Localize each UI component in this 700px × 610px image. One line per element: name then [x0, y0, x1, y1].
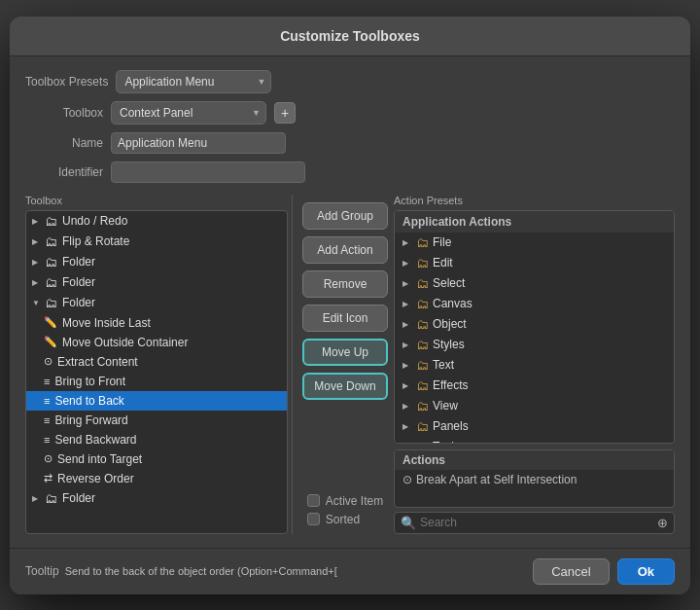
tree-item-bring-forward[interactable]: ≡ Bring Forward: [26, 411, 287, 430]
tree-item-move-inside[interactable]: ✏️ Move Inside Last: [26, 313, 287, 333]
tree-item-folder2[interactable]: ▶ 🗂 Folder: [26, 272, 287, 293]
arrow-down-icon: ▼: [32, 299, 42, 307]
search-icon: 🔍: [401, 516, 416, 530]
arrow-icon: ▶: [32, 494, 42, 503]
cancel-button[interactable]: Cancel: [533, 558, 609, 585]
sorted-row: Sorted: [307, 513, 383, 526]
toolbox-select[interactable]: Context Panel: [111, 101, 266, 125]
identifier-input[interactable]: [111, 161, 305, 183]
active-item-checkbox[interactable]: [307, 494, 320, 507]
preset-item-panels[interactable]: ▶ 🗂 Panels: [395, 416, 674, 437]
action-icon: ✏️: [44, 316, 57, 329]
ok-button[interactable]: Ok: [617, 558, 675, 585]
tree-item-folder1[interactable]: ▶ 🗂 Folder: [26, 252, 287, 272]
presets-list[interactable]: Application Actions ▶ 🗂 File ▶ 🗂 Edit ▶ …: [394, 210, 675, 444]
active-item-row: Active Item: [307, 494, 383, 508]
presets-label: Toolbox Presets: [25, 75, 108, 89]
add-toolbox-button[interactable]: +: [274, 102, 296, 124]
actions-header: Actions: [395, 450, 674, 470]
arrow-icon: ▶: [32, 278, 42, 287]
folder-icon: 🗂: [416, 419, 429, 434]
remove-button[interactable]: Remove: [302, 270, 388, 298]
add-action-button[interactable]: Add Action: [302, 236, 388, 264]
tree-item-send-to-back[interactable]: ≡ Send to Back: [26, 391, 287, 411]
presets-select[interactable]: Application Menu: [116, 70, 271, 93]
arrow-icon: ▶: [402, 300, 412, 308]
tree-item-send-backward[interactable]: ≡ Send Backward: [26, 430, 287, 449]
toolbox-section-label: Toolbox: [25, 195, 288, 206]
folder-icon: 🗂: [416, 256, 429, 270]
action-icon: ≡: [44, 434, 50, 446]
arrow-icon: ▶: [402, 422, 412, 431]
search-input[interactable]: [420, 516, 653, 529]
move-down-button[interactable]: Move Down: [302, 373, 388, 400]
toolbox-panel: Toolbox ▶ 🗂 Undo / Redo ▶ 🗂 Flip & Rotat…: [25, 195, 288, 534]
arrow-icon: ▶: [402, 259, 412, 268]
tooltip-text: Send to the back of the object order (Op…: [65, 565, 337, 577]
move-up-button[interactable]: Move Up: [302, 339, 388, 366]
tree-item-bring-to-front[interactable]: ≡ Bring to Front: [26, 372, 287, 391]
preset-item-file[interactable]: ▶ 🗂 File: [395, 233, 674, 253]
dialog-content: Toolbox Presets Application Menu Toolbox…: [10, 56, 690, 548]
tree-item-reverse-order[interactable]: ⇄ Reverse Order: [26, 469, 287, 488]
arrow-icon: ▶: [402, 279, 412, 288]
presets-header: Application Actions: [395, 211, 674, 233]
folder-icon: 🗂: [45, 275, 57, 290]
actions-list[interactable]: Actions ⊙ Break Apart at Self Intersecti…: [394, 449, 675, 508]
action-icon: ✏️: [44, 336, 57, 348]
sorted-label: Sorted: [326, 513, 360, 526]
preset-item-canvas[interactable]: ▶ 🗂 Canvas: [395, 294, 674, 314]
tree-item-undo-redo[interactable]: ▶ 🗂 Undo / Redo: [26, 211, 287, 232]
tree-item-folder4[interactable]: ▶ 🗂 Folder: [26, 488, 287, 509]
search-row: 🔍 ⊕: [394, 512, 675, 534]
toolbox-list[interactable]: ▶ 🗂 Undo / Redo ▶ 🗂 Flip & Rotate ▶ 🗂: [25, 210, 288, 534]
actions-item-break-apart[interactable]: ⊙ Break Apart at Self Intersection: [395, 470, 674, 489]
sorted-checkbox[interactable]: [307, 513, 320, 525]
tree-item-send-into-target[interactable]: ⊙ Send into Target: [26, 449, 287, 469]
arrow-icon: ▶: [32, 258, 42, 267]
actions-section: Actions ⊙ Break Apart at Self Intersecti…: [394, 449, 675, 508]
folder-open-icon: 🗂: [45, 296, 57, 310]
preset-item-styles[interactable]: ▶ 🗂 Styles: [395, 335, 674, 355]
folder-icon: 🗂: [416, 440, 429, 444]
arrow-icon: ▶: [402, 320, 412, 329]
folder-icon: 🗂: [416, 317, 429, 332]
name-label: Name: [25, 136, 103, 150]
preset-item-select[interactable]: ▶ 🗂 Select: [395, 273, 674, 294]
folder-icon: 🗂: [45, 234, 57, 249]
arrow-icon: ▶: [402, 238, 412, 247]
tooltip-label: Tooltip: [25, 564, 59, 578]
preset-item-view[interactable]: ▶ 🗂 View: [395, 396, 674, 416]
preset-item-effects[interactable]: ▶ 🗂 Effects: [395, 376, 674, 396]
preset-item-tools[interactable]: ▶ 🗂 Tools: [395, 437, 674, 444]
edit-icon-button[interactable]: Edit Icon: [302, 305, 388, 332]
action-icon: ⊙: [402, 473, 412, 486]
preset-item-edit[interactable]: ▶ 🗂 Edit: [395, 253, 674, 273]
tree-item-folder3[interactable]: ▼ 🗂 Folder: [26, 293, 287, 313]
folder-icon: 🗂: [416, 399, 429, 413]
preset-item-object[interactable]: ▶ 🗂 Object: [395, 314, 674, 335]
tree-item-move-outside[interactable]: ✏️ Move Outside Container: [26, 333, 287, 352]
action-icon: ⇄: [44, 472, 52, 484]
search-magnify-icon: ⊕: [657, 516, 668, 530]
identifier-row: Identifier: [25, 161, 675, 183]
folder-icon: 🗂: [45, 255, 57, 269]
bottom-options: Active Item Sorted: [307, 494, 383, 526]
tree-item-flip-rotate[interactable]: ▶ 🗂 Flip & Rotate: [26, 232, 287, 252]
action-presets-label: Action Presets: [394, 195, 675, 206]
action-icon: ≡: [44, 395, 50, 407]
preset-item-text[interactable]: ▶ 🗂 Text: [395, 355, 674, 376]
folder-icon: 🗂: [45, 491, 57, 506]
add-group-button[interactable]: Add Group: [302, 202, 388, 230]
arrow-icon: ▶: [402, 381, 412, 390]
folder-icon: 🗂: [416, 338, 429, 352]
name-row: Name: [25, 132, 675, 154]
tree-item-extract-content[interactable]: ⊙ Extract Content: [26, 352, 287, 372]
presets-row: Toolbox Presets Application Menu: [25, 70, 675, 93]
arrow-icon: ▶: [402, 341, 412, 349]
toolbox-select-wrapper: Context Panel: [111, 101, 266, 125]
name-input[interactable]: [111, 132, 286, 154]
arrow-icon: ▶: [402, 443, 412, 444]
presets-select-wrapper: Application Menu: [116, 70, 271, 93]
footer-buttons: Cancel Ok: [533, 558, 675, 585]
